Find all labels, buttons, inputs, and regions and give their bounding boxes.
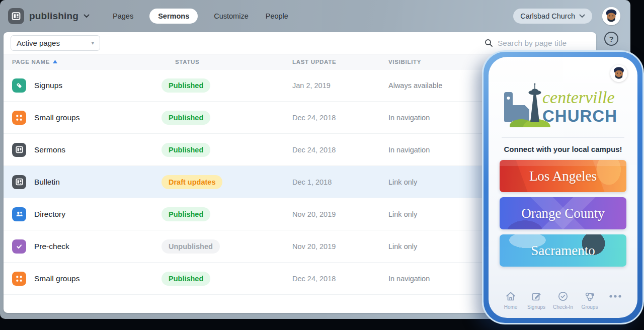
campus-button-sacramento[interactable]: Sacramento: [500, 234, 626, 267]
campus-button-los-angeles[interactable]: Los Angeles: [500, 160, 626, 192]
topbar: publishing Pages Sermons Customize Peopl…: [0, 0, 630, 32]
org-switcher-button[interactable]: Carlsbad Church: [513, 9, 592, 24]
campus-label: Los Angeles: [529, 169, 597, 184]
status-badge: Unpublished: [162, 239, 220, 254]
home-icon: [505, 290, 517, 302]
church-logo: centerville CHURCH: [500, 75, 626, 129]
avatar-face-icon: [602, 7, 620, 25]
publishing-glyph-icon: [11, 11, 21, 21]
publishing-logo-icon: [8, 8, 24, 24]
phone-screen: centerville CHURCH Connect with your loc…: [489, 57, 637, 318]
primary-nav: Pages Sermons Customize People: [112, 9, 289, 24]
checkins-app-icon: [12, 239, 26, 254]
nav-more[interactable]: [606, 290, 624, 300]
groups-icon: [584, 290, 596, 302]
page-name: Sermons: [34, 145, 65, 154]
last-update: Dec 24, 2018: [285, 114, 381, 122]
column-last-update[interactable]: Last update: [285, 59, 381, 65]
avatar-face-icon: [610, 65, 627, 82]
groups-app-icon: [12, 272, 26, 286]
last-update: Nov 20, 2019: [285, 242, 381, 251]
groups-app-icon: [12, 111, 26, 125]
people-app-icon: [12, 207, 26, 221]
nav-label: Check-In: [553, 304, 573, 310]
campus-label: Sacramento: [531, 243, 595, 259]
search-input[interactable]: [498, 39, 591, 48]
page-name: Signups: [34, 81, 62, 90]
page-name: Directory: [34, 210, 65, 219]
last-update: Nov 20, 2019: [285, 210, 381, 218]
user-avatar[interactable]: [602, 7, 620, 25]
nav-label: Groups: [582, 304, 598, 310]
nav-home[interactable]: Home: [502, 290, 520, 310]
publishing-app-icon: [12, 175, 26, 189]
phone-tagline: Connect with your local campus!: [489, 145, 637, 153]
help-button[interactable]: ?: [604, 32, 618, 46]
page-name: Bulletin: [34, 178, 60, 187]
check-in-icon: [557, 290, 569, 302]
status-badge: Published: [162, 207, 210, 221]
tab-customize[interactable]: Customize: [213, 9, 250, 24]
publishing-app-icon: [12, 143, 26, 157]
app-name: publishing: [29, 11, 78, 22]
church-name-script: centerville: [542, 88, 614, 107]
column-status[interactable]: Status: [162, 59, 285, 65]
status-badge: Published: [162, 272, 210, 286]
nav-label: Home: [504, 304, 518, 310]
column-page-name[interactable]: Page name: [12, 59, 50, 65]
nav-check-in[interactable]: Check-In: [553, 290, 573, 310]
status-badge: Published: [162, 111, 210, 125]
search-icon: [485, 39, 493, 47]
page-name: Small groups: [34, 274, 79, 283]
last-update: Dec 24, 2018: [285, 146, 381, 154]
pages-filter-value: Active pages: [17, 39, 60, 47]
signups-icon: [530, 290, 542, 302]
divider: [502, 137, 624, 138]
app-switcher[interactable]: publishing: [8, 8, 90, 24]
page-name: Pre-check: [34, 242, 69, 251]
pages-filter-dropdown[interactable]: Active pages ▾: [11, 35, 100, 51]
page-name: Small groups: [34, 113, 79, 122]
status-badge: Draft updates: [162, 175, 222, 189]
status-badge: Published: [162, 143, 210, 157]
chevron-down-icon: [579, 14, 585, 18]
tab-people[interactable]: People: [265, 9, 289, 24]
signups-app-icon: [12, 78, 26, 93]
nav-label: Signups: [527, 304, 545, 310]
chevron-down-icon: [84, 14, 90, 18]
church-name-caps: CHURCH: [542, 107, 617, 125]
last-update: Dec 1, 2018: [285, 178, 381, 186]
org-switcher-label: Carlsbad Church: [520, 12, 575, 20]
nav-signups[interactable]: Signups: [527, 290, 545, 310]
last-update: Jan 2, 2019: [285, 81, 381, 90]
tab-pages[interactable]: Pages: [112, 9, 134, 24]
topbar-right: Carlsbad Church: [513, 7, 620, 25]
phone-bottom-nav: Home Signups Check-In: [489, 285, 637, 318]
status-badge: Published: [162, 78, 210, 93]
centerville-church-logo-icon: centerville CHURCH: [500, 75, 626, 127]
phone-user-avatar[interactable]: [610, 65, 627, 82]
last-update: Dec 24, 2018: [285, 275, 381, 283]
campus-list: Los Angeles Orange County Sacramento: [489, 160, 637, 267]
campus-button-orange-county[interactable]: Orange County: [500, 197, 626, 229]
phone-mockup-frame: centerville CHURCH Connect with your loc…: [482, 50, 644, 324]
dropdown-caret-icon: ▾: [91, 40, 94, 46]
campus-label: Orange County: [521, 206, 605, 221]
more-dots-icon: [609, 294, 622, 298]
nav-groups[interactable]: Groups: [581, 290, 599, 310]
sort-ascending-icon: [53, 60, 57, 63]
tab-sermons[interactable]: Sermons: [149, 9, 198, 24]
